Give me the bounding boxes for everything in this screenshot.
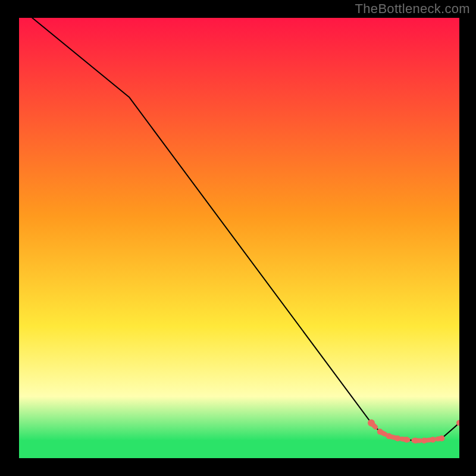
chart-outer: TheBottleneck.com xyxy=(0,0,476,476)
gradient-background xyxy=(19,18,459,458)
plot-svg xyxy=(19,18,459,458)
plot-frame xyxy=(19,18,459,458)
attribution-label: TheBottleneck.com xyxy=(355,1,470,17)
